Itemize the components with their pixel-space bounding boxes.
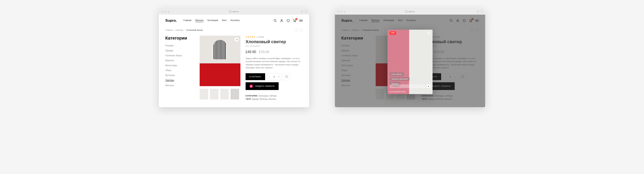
nav-collections[interactable]: Коллекции bbox=[384, 19, 394, 22]
review-count[interactable]: 1 Отзыв bbox=[432, 36, 440, 38]
svg-point-2 bbox=[281, 20, 282, 20]
nav-home[interactable]: Главная bbox=[183, 19, 192, 22]
see-live-button[interactable]: УВИДЕТЬ ВЖИВУЮ bbox=[246, 82, 279, 90]
traffic-light-max[interactable] bbox=[344, 11, 346, 13]
product-meta: КАТЕГОРИИ: Аксессуары, Свитеры ТЭГИ: Оде… bbox=[246, 94, 303, 101]
cat-item[interactable]: Футболки bbox=[341, 74, 369, 76]
traffic-light-min[interactable] bbox=[164, 11, 166, 13]
qty-plus[interactable]: + bbox=[452, 76, 457, 78]
svg-point-8 bbox=[470, 22, 470, 22]
cat-item[interactable]: Аксессуары bbox=[165, 64, 193, 66]
address-bar[interactable]: avito.ru bbox=[229, 10, 239, 13]
cat-item[interactable]: Рюкзаки bbox=[165, 44, 193, 47]
search-icon[interactable] bbox=[450, 19, 453, 22]
mic-icon[interactable]: ● bbox=[426, 84, 430, 88]
product-details: ★★★★★1 Отзыв Хлопковый свитер SKU: A8123… bbox=[246, 36, 303, 101]
cat-item[interactable]: Рюкзаки bbox=[341, 44, 369, 47]
crumb-cat[interactable]: Свитеры bbox=[352, 29, 359, 31]
add-to-cart-button[interactable]: В КОРЗИНУ bbox=[246, 73, 265, 80]
logo[interactable]: Supro. bbox=[165, 18, 177, 23]
review-count[interactable]: 1 Отзыв bbox=[256, 36, 264, 38]
traffic-light-max[interactable] bbox=[168, 11, 169, 13]
heart-icon[interactable] bbox=[286, 19, 290, 22]
cat-item[interactable]: Мужское bbox=[165, 59, 193, 62]
next-button[interactable]: › bbox=[475, 28, 479, 32]
close-icon[interactable]: × bbox=[427, 31, 430, 35]
next-button[interactable]: › bbox=[299, 28, 303, 32]
nav-shop[interactable]: Магазин bbox=[195, 19, 204, 22]
product-description: Трудно найти человека, который будет утв… bbox=[246, 57, 303, 70]
cart-button[interactable]: 1 bbox=[293, 19, 296, 22]
cat-item[interactable]: Одежда bbox=[341, 50, 369, 52]
traffic-light-min[interactable] bbox=[340, 11, 342, 13]
menu-icon[interactable] bbox=[475, 20, 479, 22]
nav-collections[interactable]: Коллекции bbox=[207, 19, 218, 22]
chat-bubble: Прикольно приложение bbox=[390, 77, 410, 81]
share-icon[interactable] bbox=[477, 10, 479, 13]
menu-icon[interactable] bbox=[299, 20, 303, 22]
thumb[interactable] bbox=[376, 89, 384, 100]
heart-icon[interactable] bbox=[462, 19, 466, 22]
svg-point-7 bbox=[457, 20, 458, 20]
prev-button[interactable]: ‹ bbox=[470, 28, 474, 32]
crumb-current: Хлопковый свитер bbox=[362, 29, 379, 31]
thumb[interactable] bbox=[230, 89, 239, 100]
user-icon[interactable] bbox=[280, 19, 283, 22]
user-icon[interactable] bbox=[456, 19, 460, 22]
nav-blog[interactable]: Блог bbox=[398, 19, 403, 22]
cat-item-active[interactable]: Свитеры bbox=[341, 79, 350, 82]
cat-item[interactable]: Головные уборы bbox=[341, 54, 369, 57]
wishlist-button[interactable] bbox=[459, 73, 466, 80]
cat-item[interactable]: Женское bbox=[341, 84, 369, 86]
cat-item[interactable]: Одежда bbox=[165, 50, 193, 52]
crumb-cat[interactable]: Свитеры bbox=[176, 29, 183, 31]
price-old: £79.90 bbox=[259, 50, 269, 54]
live-badge: LIVE bbox=[390, 31, 396, 35]
svg-point-5 bbox=[450, 19, 452, 21]
share-icon[interactable] bbox=[301, 10, 303, 13]
page-content: Supro. Главная Магазин Коллекции Блог Ко… bbox=[335, 14, 485, 107]
thumb[interactable] bbox=[200, 89, 208, 100]
traffic-light-close[interactable] bbox=[161, 11, 163, 13]
cat-item[interactable]: Обувь bbox=[165, 69, 193, 72]
cat-item[interactable]: Аксессуары bbox=[341, 64, 369, 66]
qty-plus[interactable]: + bbox=[276, 76, 281, 78]
qty-minus[interactable]: − bbox=[267, 76, 272, 78]
search-icon[interactable] bbox=[274, 19, 277, 22]
sidebar-title: Категории bbox=[341, 36, 369, 40]
pager: ‹ › bbox=[294, 28, 303, 32]
nav-contacts[interactable]: Контакты bbox=[230, 19, 240, 22]
product-main-image[interactable]: ⤢ bbox=[200, 36, 240, 86]
nav-contacts[interactable]: Контакты bbox=[406, 19, 416, 22]
cat-item[interactable]: Мужское bbox=[341, 59, 369, 62]
nav-blog[interactable]: Блог bbox=[222, 19, 227, 22]
thumb[interactable] bbox=[210, 89, 218, 100]
cart-button[interactable]: 1 bbox=[469, 19, 472, 22]
address-bar[interactable]: avito.ru bbox=[405, 10, 415, 13]
qty-minus[interactable]: − bbox=[443, 76, 448, 78]
cat-item[interactable]: Головные уборы bbox=[165, 54, 193, 57]
zoom-icon[interactable]: ⤢ bbox=[234, 38, 239, 42]
logo[interactable]: Supro. bbox=[341, 18, 353, 23]
price-current: £49.90 bbox=[246, 50, 256, 54]
wishlist-button[interactable] bbox=[283, 73, 290, 80]
product-sku: SKU: A8123456787 bbox=[246, 45, 303, 47]
cat-item-active[interactable]: Свитеры bbox=[165, 79, 174, 82]
crumb-home[interactable]: Главная bbox=[165, 29, 172, 31]
svg-point-4 bbox=[295, 22, 296, 22]
prev-button[interactable]: ‹ bbox=[294, 28, 298, 32]
browser-left: avito.ru Supro. Главная Магазин Коллекци… bbox=[159, 8, 309, 107]
nav-shop[interactable]: Магазин bbox=[371, 19, 380, 22]
traffic-light-close[interactable] bbox=[337, 11, 339, 13]
cat-item[interactable]: Обувь bbox=[341, 69, 369, 72]
tabs-icon[interactable] bbox=[481, 10, 483, 13]
message-input[interactable] bbox=[390, 84, 425, 88]
nav-home[interactable]: Главная bbox=[359, 19, 368, 22]
thumb[interactable] bbox=[220, 89, 229, 100]
cat-item[interactable]: Футболки bbox=[165, 74, 193, 76]
cat-item[interactable]: Женское bbox=[165, 84, 193, 86]
browser-chrome: avito.ru bbox=[335, 8, 485, 14]
tabs-icon[interactable] bbox=[305, 10, 307, 13]
main-nav: Главная Магазин Коллекции Блог Контакты bbox=[359, 19, 416, 22]
crumb-home[interactable]: Главная bbox=[341, 29, 348, 31]
